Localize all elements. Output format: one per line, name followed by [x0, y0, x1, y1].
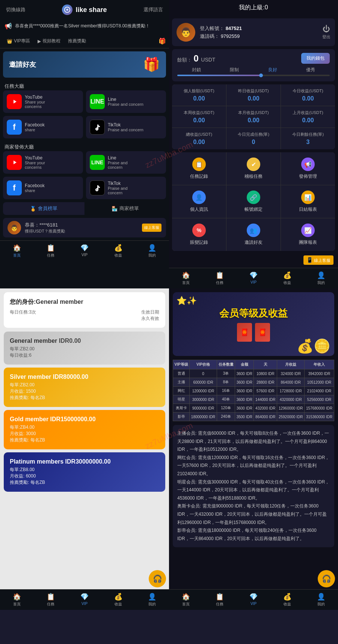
home-icon: 🏠: [13, 244, 21, 252]
action-balance-records[interactable]: % 賬變記錄: [172, 218, 226, 251]
identity-title: 您的身份:General member: [10, 298, 159, 306]
identity-card: 您的身份:General member 每日任務:3次 生效日期 永久有效: [4, 292, 165, 328]
vip-right-nav-profile[interactable]: 👤 我的: [304, 590, 338, 610]
bottom-nav-profile[interactable]: 👤 我的: [135, 241, 169, 261]
right-diamond-icon: 💎: [249, 271, 258, 279]
gift-icon: 🎁: [158, 36, 166, 47]
vip-card-platinum[interactable]: Platinum members IDR30000000.00 每單:ZB8.0…: [4, 452, 165, 492]
wallet-button[interactable]: 我的錢包: [301, 53, 330, 64]
vip-left-diamond-icon: 💎: [80, 593, 89, 601]
stat-tasks-done: 今日完成任務(單) 0: [226, 128, 281, 149]
support-avatar-left[interactable]: 🎧: [149, 570, 166, 587]
th-monthly: 月收益: [277, 360, 305, 369]
right-nav-tasks[interactable]: 📋 任務: [203, 268, 237, 288]
tiktok-icon: [90, 120, 105, 135]
app-name: like share: [75, 6, 107, 14]
table-row-oscar: 奥斯卡 9000000 IDR 120单 3600 IDR 432000 IDR…: [173, 404, 334, 413]
action-account-bind[interactable]: 🔗 帳號綁定: [226, 185, 281, 218]
stat-last-month: 上月收益(USDT) 0.00: [281, 106, 335, 128]
nav-tutorial[interactable]: ▶ 視頻教程: [34, 36, 64, 47]
th-price: VIP价格: [190, 360, 217, 369]
right-live-support[interactable]: 📱 線上客服: [303, 255, 333, 265]
report-icon: 📊: [301, 191, 315, 204]
table-row-emperor: 影帝 18000000 IDR 240单 3500 IDR 864000 IDR…: [173, 413, 334, 421]
logo-icon: [62, 5, 72, 15]
bottom-nav-right: 🏠 首頁 📋 任務 💎 VIP 💰 收益 👤 我的: [169, 268, 338, 288]
bottom-nav-tasks[interactable]: 📋 任務: [34, 241, 68, 261]
task-facebook-1[interactable]: f Facebook share: [3, 116, 83, 138]
merchant-facebook[interactable]: f Facebook share: [3, 177, 83, 199]
vip-left-tasks-icon: 📋: [47, 593, 55, 601]
line-icon: LINE: [90, 94, 105, 109]
facebook-icon: f: [7, 120, 22, 135]
vip-right-nav-home[interactable]: 🏠 首頁: [169, 590, 203, 610]
nav-vip[interactable]: 👑 VIP專區: [3, 36, 34, 47]
task-youtube-1[interactable]: YouTube Share your concerns: [3, 90, 83, 113]
action-team-report[interactable]: 📈 團隊報表: [281, 218, 335, 251]
table-row-star: 明星 3000000 IDR 40单 3600 IDR 144000 IDR 4…: [173, 395, 334, 404]
th-yearly: 年收入: [305, 360, 334, 369]
right-panel: 我的上級:0 👨 登入帳號： 847521 邀請碼： 9792559 ⏻: [169, 0, 338, 288]
right-earnings-icon: 💰: [283, 271, 291, 279]
vip-card-gold[interactable]: Gold member IDR15000000.00 每單:ZB4.00 月收益…: [4, 410, 165, 449]
link-icon: 🔗: [247, 191, 260, 204]
vip-left-nav-tasks[interactable]: 📋 任務: [34, 590, 68, 610]
right-home-icon: 🏠: [182, 271, 190, 279]
stat-weekly: 本周收益(USDT) 0.00: [172, 106, 226, 128]
action-task-records[interactable]: 📋 任務記錄: [172, 152, 226, 185]
task-tiktok-1[interactable]: TikTok Praise and concern: [86, 116, 166, 138]
user-invite-row: 邀請碼： 9792559: [200, 33, 318, 40]
right-nav-home[interactable]: 🏠 首頁: [169, 268, 203, 288]
vip-left-nav-vip[interactable]: 💎 VIP: [68, 590, 101, 610]
vip-right-earnings-icon: 💰: [283, 593, 291, 601]
announcement-text: 恭喜會員****0000推薦一名Silver member獲得USDT8.00推…: [15, 23, 164, 29]
vip-right-profile-icon: 👤: [317, 593, 325, 601]
table-row-influencer: 网红 1200000 IDR 16单 3600 IDR 57600 IDR 17…: [173, 387, 334, 395]
merchant-tiktok[interactable]: TikTok Praise and concern: [86, 177, 166, 199]
gift-friends-icon: 🎁: [143, 57, 160, 72]
stat-monthly: 本月收益(USDT) 0.00: [226, 106, 281, 128]
right-nav-earnings[interactable]: 💰 收益: [270, 268, 304, 288]
action-invite[interactable]: 👥 邀請好友: [226, 218, 281, 251]
app-header: 切換線路 like share 選擇語言: [0, 0, 169, 20]
vip-left-nav-home[interactable]: 🏠 首頁: [0, 590, 34, 610]
vip-left-nav-earnings[interactable]: 💰 收益: [101, 590, 135, 610]
vip-card-general[interactable]: General member IDR0.00 每單:ZB2.00 每日收益:6: [4, 332, 165, 365]
bottom-nav-earnings[interactable]: 💰 收益: [101, 241, 135, 261]
vip-right-nav-earnings[interactable]: 💰 收益: [270, 590, 304, 610]
task-line-1[interactable]: LINE Line Praise and concern: [86, 90, 166, 113]
vip-left-nav-profile[interactable]: 👤 我的: [135, 590, 169, 610]
stats-grid: 個人餘額(USDT) 0.00 昨日收益(USDT) 0.00 今日收益(USD…: [172, 84, 335, 149]
vip-right-nav-tasks[interactable]: 📋 任務: [203, 590, 237, 610]
merchant-line[interactable]: LINE Line Praise and concern: [86, 151, 166, 174]
vip-right-nav-vip[interactable]: 💎 VIP: [237, 590, 270, 610]
support-avatar-right[interactable]: 🎧: [318, 570, 335, 587]
bottom-section: 您的身份:General member 每日任務:3次 生效日期 永久有效 Ge…: [0, 288, 338, 610]
merchant-youtube[interactable]: YouTube Share your concerns: [3, 151, 83, 174]
right-nav-profile[interactable]: 👤 我的: [304, 268, 338, 288]
rank-tab-member[interactable]: 🏅 會員榜單: [3, 202, 84, 215]
live-support-float[interactable]: 線上客服: [142, 224, 161, 232]
vip-table: VIP等级 VIP价格 任务数量 金额 天 月收益 年收入 普通 0 3单 36: [173, 360, 334, 421]
action-review-tasks[interactable]: ✔ 稽核任務: [226, 152, 281, 185]
vip-card-silver[interactable]: Silver member IDR80000.00 每單:ZB2.00 月收益:…: [4, 368, 165, 407]
task-facebook-1-info: Facebook share: [25, 122, 45, 132]
bottom-nav-home[interactable]: 🏠 首頁: [0, 241, 34, 261]
rank-tab-merchant[interactable]: 🏪 商家榜單: [84, 202, 166, 215]
switch-network[interactable]: 切換線路: [6, 6, 26, 13]
select-language[interactable]: 選擇語言: [143, 6, 163, 13]
review-icon: ✔: [247, 158, 260, 171]
team-icon: 📈: [301, 224, 315, 237]
action-personal-info[interactable]: 👤 個人資訊: [172, 185, 226, 218]
earnings-icon: 💰: [114, 244, 122, 252]
progress-bar: [177, 75, 330, 76]
merchant-hall-grid: YouTube Share your concerns LINE Line Pr…: [3, 151, 166, 199]
bottom-nav-vip[interactable]: 💎 VIP: [68, 241, 101, 261]
announcement-bar: 📢 恭喜會員****0000推薦一名Silver member獲得USDT8.0…: [0, 20, 169, 33]
action-daily-report[interactable]: 📊 日結報表: [281, 185, 335, 218]
nav-rewards[interactable]: 推薦獎勵: [64, 36, 90, 47]
logout-btn[interactable]: ⏻ 登出: [322, 25, 330, 40]
action-publish[interactable]: 📢 發佈管理: [281, 152, 335, 185]
invite-banner[interactable]: 邀請好友 🎁: [3, 51, 166, 78]
right-nav-vip[interactable]: 💎 VIP: [237, 268, 270, 288]
